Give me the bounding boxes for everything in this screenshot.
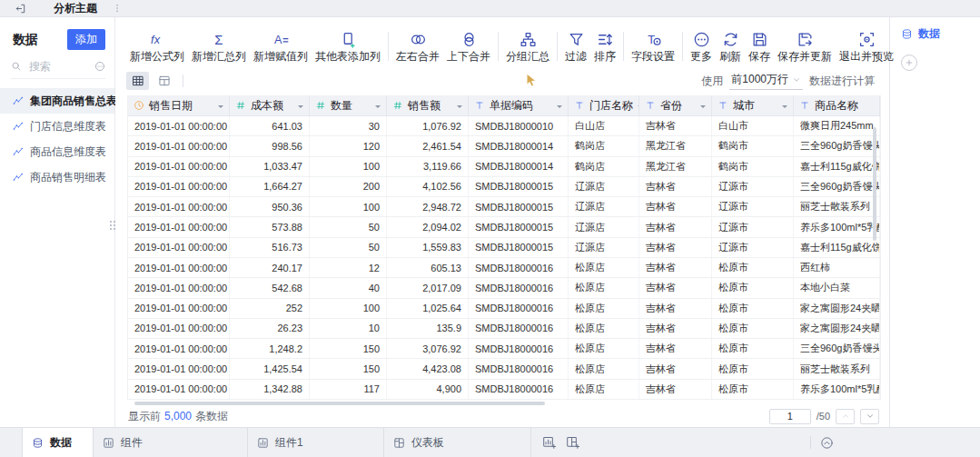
row-limit-select[interactable]: 前1000万行: [729, 72, 803, 90]
chart-icon: [257, 437, 269, 449]
toolbar-save-button[interactable]: 保存: [745, 31, 774, 63]
sidebar-item-label: 集团商品销售总表: [30, 94, 117, 109]
toolbar-button-label: 更多: [690, 51, 712, 63]
toolbar-new-assign-column-button[interactable]: A新增赋值列: [250, 31, 312, 63]
right-panel-data-tab[interactable]: 数据: [901, 26, 980, 42]
table-cell: 吉林省: [639, 177, 712, 196]
table-cell: 2019-01-01 00:00:00: [128, 197, 230, 216]
sidebar-item-table[interactable]: 门店信息维度表: [0, 114, 114, 139]
table-cell: 辽源店: [569, 217, 639, 236]
compute-setting: 使用 前1000万行 数据进行计算: [701, 72, 878, 90]
toolbar-sort-button[interactable]: 排序: [590, 31, 619, 63]
table-row[interactable]: 2019-01-01 00:00:00641.03301,076.92SMDBJ…: [128, 116, 880, 136]
more-vert-icon[interactable]: [112, 3, 123, 14]
toolbar-field-settings-button[interactable]: T字段设置: [628, 31, 678, 63]
table-row[interactable]: 2019-01-01 00:00:001,664.272004,102.56SM…: [128, 177, 880, 197]
column-header-1[interactable]: 销售日期: [128, 95, 230, 115]
vertical-scrollbar[interactable]: [873, 127, 876, 241]
table-cell: 辽源店: [569, 177, 639, 196]
toolbar-merge-top-bottom-button[interactable]: 上下合并: [443, 31, 494, 63]
bottom-tab-component[interactable]: 组件: [94, 428, 248, 457]
table-row[interactable]: 2019-01-01 00:00:00516.73501,559.83SMDBJ…: [128, 238, 880, 258]
horizontal-scrollbar[interactable]: [134, 402, 545, 405]
table-cell: 吉林省: [639, 197, 712, 216]
table-cell: 542.68: [230, 278, 310, 297]
sidebar-item-table[interactable]: 集团商品销售总表: [0, 88, 114, 114]
collapse-panel-icon[interactable]: [820, 436, 834, 450]
sidebar-item-table[interactable]: 商品信息维度表: [0, 139, 114, 164]
table-row[interactable]: 2019-01-01 00:00:001,248.21503,076.92SMD…: [128, 339, 880, 359]
table-cell: 12: [310, 258, 387, 277]
toolbar-save-and-update-button[interactable]: 保存并更新: [774, 31, 836, 63]
toolbar-more-button[interactable]: 更多: [687, 31, 716, 63]
page-down-button[interactable]: [860, 409, 879, 424]
caret-down-icon[interactable]: [557, 105, 562, 111]
caret-down-icon[interactable]: [782, 105, 787, 111]
toolbar-new-formula-column-button[interactable]: fx新增公式列: [126, 31, 188, 63]
bottom-tab-data[interactable]: 数据: [23, 428, 94, 457]
rowcount-value[interactable]: 5,000: [164, 410, 192, 422]
table-cell: SMDBJ18000015: [469, 238, 569, 257]
table-cell: 吉林省: [639, 380, 712, 399]
caret-down-icon[interactable]: [375, 105, 381, 111]
analysis-subject-tab[interactable]: 分析主题: [54, 1, 97, 16]
table-cell: 2019-01-01 00:00:00: [128, 319, 230, 338]
column-header-9[interactable]: 商品名称: [794, 95, 880, 115]
add-data-button[interactable]: 添加: [67, 29, 105, 50]
table-row[interactable]: 2019-01-01 00:00:00240.1712605.13SMDBJ18…: [128, 258, 880, 278]
dashboard-icon: [393, 437, 405, 449]
table-row[interactable]: 2019-01-01 00:00:001,033.471003,119.66SM…: [128, 157, 880, 177]
bottom-tab-dashboard[interactable]: 仪表板: [384, 428, 531, 457]
table-cell: 松原市: [712, 299, 794, 318]
column-header-6[interactable]: 门店名称: [569, 95, 639, 115]
table-cell: 辽源市: [712, 197, 794, 216]
toolbar-merge-left-right-button[interactable]: 左右合并: [392, 31, 443, 63]
table-row[interactable]: 2019-01-01 00:00:001,342.881174,900SMDBJ…: [128, 380, 880, 400]
table-row[interactable]: 2019-01-01 00:00:001,425.541504,423.08SM…: [128, 359, 880, 379]
table-row[interactable]: 2019-01-01 00:00:00542.68402,017.09SMDBJ…: [128, 278, 880, 298]
column-header-3[interactable]: 数量: [310, 95, 387, 115]
table-cell: 黑龙江省: [639, 157, 712, 176]
toolbar-refresh-button[interactable]: 刷新: [716, 31, 745, 63]
table-cell: 松原店: [569, 278, 639, 297]
caret-down-icon[interactable]: [218, 105, 223, 111]
table-cell: 2019-01-01 00:00:00: [128, 116, 230, 135]
column-header-8[interactable]: 城市: [712, 95, 794, 115]
add-dataset-button[interactable]: [901, 55, 917, 71]
table-row[interactable]: 2019-01-01 00:00:002521001,025.64SMDBJ18…: [128, 299, 880, 319]
table-row[interactable]: 2019-01-01 00:00:00950.361002,948.72SMDB…: [128, 197, 880, 217]
page-up-button[interactable]: [836, 409, 855, 424]
page-input[interactable]: [769, 409, 811, 424]
card-view-button[interactable]: [153, 72, 175, 90]
column-header-4[interactable]: 销售额: [387, 95, 469, 115]
bottom-tab-component-1[interactable]: 组件1: [248, 428, 384, 457]
grid-view-button[interactable]: [126, 72, 149, 90]
caret-down-icon[interactable]: [700, 105, 706, 111]
table-cell: 松原店: [569, 319, 639, 338]
caret-down-icon[interactable]: [298, 105, 303, 111]
toolbar-filter-button[interactable]: 过滤: [561, 31, 590, 63]
table-row[interactable]: 2019-01-01 00:00:0026.2310135.9SMDBJ1800…: [128, 319, 880, 339]
exit-icon[interactable]: [15, 3, 26, 15]
toolbar-group-summary-button[interactable]: 分组汇总: [502, 31, 553, 63]
save-update-icon: [797, 31, 814, 48]
column-header-7[interactable]: 省份: [639, 95, 712, 115]
svg-text:A: A: [274, 34, 282, 46]
add-component-icon[interactable]: [542, 435, 557, 450]
sidebar-item-table[interactable]: 商品销售明细表: [0, 164, 114, 190]
column-header-5[interactable]: 单据编码: [469, 95, 569, 115]
toolbar-add-column-from-other-table-button[interactable]: 其他表添加列: [312, 31, 384, 63]
add-dashboard-icon[interactable]: [566, 435, 580, 450]
search-input[interactable]: [27, 59, 94, 74]
batch-select-icon[interactable]: [94, 61, 105, 72]
table-row[interactable]: 2019-01-01 00:00:00573.88502,094.02SMDBJ…: [128, 217, 880, 237]
caret-down-icon[interactable]: [457, 105, 462, 111]
toolbar-exit-and-preview-button[interactable]: 退出并预览: [836, 31, 897, 63]
table-cell: 117: [310, 380, 387, 399]
more-icon: [693, 31, 710, 48]
table-cell: 松原店: [569, 339, 639, 358]
toolbar-new-summary-column-button[interactable]: Σ新增汇总列: [188, 31, 250, 63]
column-header-2[interactable]: 成本额: [230, 95, 310, 115]
table-cell: 吉林省: [639, 238, 712, 257]
table-row[interactable]: 2019-01-01 00:00:00998.561202,461.54SMDB…: [128, 136, 880, 156]
